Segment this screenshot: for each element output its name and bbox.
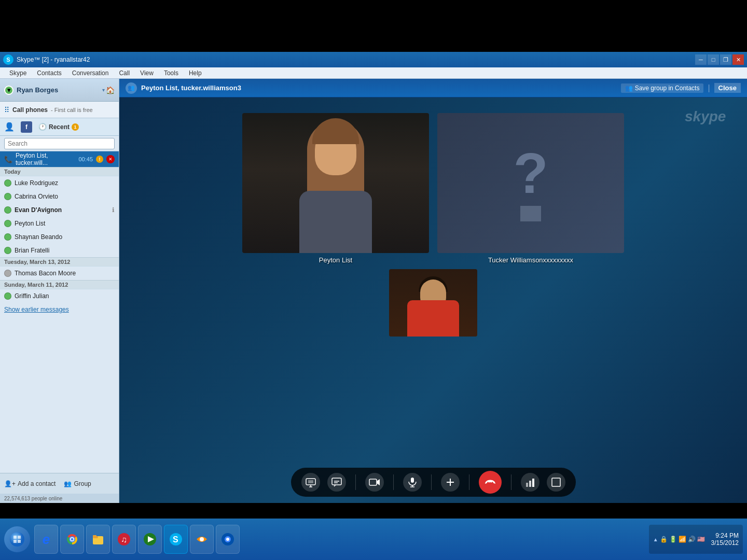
tray-icons: ▲ 🔒 🔋 📶 🔊 🇺🇸: [653, 536, 705, 543]
chat-close-button[interactable]: Close: [714, 83, 741, 93]
add-contact-label: Add a contact: [18, 480, 56, 487]
status-icon: [4, 292, 11, 300]
status-icon: [4, 206, 11, 214]
show-earlier-link[interactable]: Show earlier messages: [0, 303, 119, 316]
contact-item[interactable]: Thomas Bacon Moore: [0, 267, 119, 280]
call-phones-bar[interactable]: ⠿ Call phones - First call is free: [0, 102, 119, 118]
section-sunday: Sunday, March 11, 2012: [0, 280, 119, 289]
recent-tab[interactable]: 🕐 Recent 1: [38, 123, 79, 131]
recent-label: Recent: [49, 123, 70, 131]
skype-logo: skype: [685, 106, 737, 128]
menu-conversation[interactable]: Conversation: [67, 68, 114, 78]
user-profile[interactable]: ▾ Ryan Borges ▾ 🏠: [0, 79, 119, 102]
add-people-button[interactable]: [441, 473, 460, 492]
contact-name: Evan D'Avignon: [15, 206, 62, 214]
chat-title: Peyton List, tucker.williamson3: [141, 84, 617, 92]
contact-item[interactable]: Griffin Julian: [0, 289, 119, 303]
status-icon: [4, 193, 11, 200]
contact-name: Shaynan Beando: [15, 233, 62, 241]
sidebar: ▾ Ryan Borges ▾ 🏠 ⠿ Call phones - First …: [0, 79, 119, 503]
start-button[interactable]: [4, 526, 30, 552]
save-group-button[interactable]: 👥 Save group in Contacts: [621, 83, 704, 93]
contact-list: 📞 Peyton List, tucker.will... 00:45 ! ✕ …: [0, 151, 119, 473]
save-group-label: Save group in Contacts: [635, 85, 700, 92]
save-group-icon: 👥: [625, 85, 633, 92]
contact-name: Thomas Bacon Moore: [15, 270, 76, 277]
contacts-tab-icon[interactable]: 👤: [4, 122, 15, 132]
facebook-tab[interactable]: f: [21, 121, 32, 133]
maximize-button[interactable]: □: [708, 54, 719, 65]
end-call-button[interactable]: [479, 471, 502, 494]
contact-item[interactable]: Peyton List: [0, 217, 119, 230]
tucker-label: Tucker Williamsonxxxxxxxxx: [488, 256, 573, 264]
self-video: [389, 269, 477, 337]
close-button[interactable]: ✕: [732, 54, 744, 65]
sidebar-status: 22,574,613 people online: [0, 494, 119, 503]
tray-icon-4: 🔊: [688, 536, 696, 543]
call-phones-label: Call phones: [12, 106, 48, 114]
screen-share-button[interactable]: [301, 473, 320, 492]
system-clock[interactable]: 9:24 PM 3/15/2012: [711, 532, 739, 547]
active-call-badge: !: [96, 156, 103, 163]
svg-text:♫: ♫: [121, 535, 127, 544]
contact-name: Griffin Julian: [15, 292, 49, 300]
contact-item[interactable]: Luke Rodriguez: [0, 176, 119, 190]
video-grid: Peyton List ? Tucker Williamsonxxxxxxxxx: [242, 113, 624, 264]
svg-rect-7: [411, 478, 414, 483]
user-status-dot: ▾: [4, 86, 13, 95]
contact-item[interactable]: Brian Fratelli: [0, 244, 119, 257]
tucker-video-frame: ?: [437, 113, 624, 253]
peyton-hair-top: [312, 118, 359, 144]
clock-time: 9:24 PM: [711, 532, 739, 539]
svg-rect-15: [552, 478, 560, 486]
end-call-button[interactable]: ✕: [106, 155, 115, 163]
menu-view[interactable]: View: [135, 68, 159, 78]
explorer-button[interactable]: [86, 525, 110, 554]
add-contact-action[interactable]: 👤+ Add a contact: [4, 480, 56, 487]
tray-chevron-icon[interactable]: ▲: [653, 537, 658, 542]
tray-icon-1: 🔒: [660, 536, 668, 543]
chat-button[interactable]: [327, 473, 346, 492]
quality-button[interactable]: [521, 473, 540, 492]
divider: [511, 474, 511, 490]
menu-skype[interactable]: Skype: [4, 68, 32, 78]
window-controls: ─ □ ❐ ✕: [695, 54, 744, 65]
fullscreen-button[interactable]: [547, 473, 565, 492]
menu-contacts[interactable]: Contacts: [32, 68, 66, 78]
active-call-item[interactable]: 📞 Peyton List, tucker.will... 00:45 ! ✕: [0, 151, 119, 167]
menu-call[interactable]: Call: [114, 68, 135, 78]
restore-button[interactable]: ❐: [720, 54, 731, 65]
itunes-button[interactable]: ♫: [112, 525, 136, 554]
app-button-8[interactable]: [216, 525, 240, 554]
group-action[interactable]: 👥 Group: [64, 480, 91, 487]
ie-button[interactable]: e: [34, 525, 58, 554]
app-button-7[interactable]: [190, 525, 214, 554]
contact-item[interactable]: Shaynan Beando: [0, 230, 119, 244]
sidebar-bottom: 👤+ Add a contact 👥 Group: [0, 473, 119, 494]
peyton-body: [299, 191, 372, 253]
video-button[interactable]: [365, 473, 384, 492]
divider: [355, 474, 356, 490]
skype-taskbar-button[interactable]: S: [164, 525, 188, 554]
tray-icon-3: 📶: [679, 536, 686, 543]
contact-item[interactable]: Cabrina Orvieto: [0, 190, 119, 203]
search-input[interactable]: [4, 138, 115, 149]
home-icon[interactable]: 🏠: [106, 86, 115, 94]
minimize-button[interactable]: ─: [695, 54, 707, 65]
info-icon: ℹ: [112, 206, 115, 214]
menu-tools[interactable]: Tools: [159, 68, 184, 78]
tucker-question: ?: [437, 113, 624, 253]
mute-button[interactable]: [403, 473, 422, 492]
media-player-button[interactable]: [138, 525, 162, 554]
tucker-video-tile: ? Tucker Williamsonxxxxxxxxx: [437, 113, 624, 264]
self-body: [407, 300, 459, 337]
search-box: [0, 136, 119, 151]
taskbar: e ♫ S: [0, 519, 747, 560]
question-mark-icon: ?: [513, 145, 548, 202]
question-square: [520, 206, 541, 221]
contact-item[interactable]: Evan D'Avignon ℹ: [0, 203, 119, 217]
main-container: ▾ Ryan Borges ▾ 🏠 ⠿ Call phones - First …: [0, 79, 747, 503]
menu-help[interactable]: Help: [184, 68, 207, 78]
chrome-button[interactable]: [60, 525, 84, 554]
chat-area: 👥 Peyton List, tucker.williamson3 👥 Save…: [119, 79, 747, 503]
